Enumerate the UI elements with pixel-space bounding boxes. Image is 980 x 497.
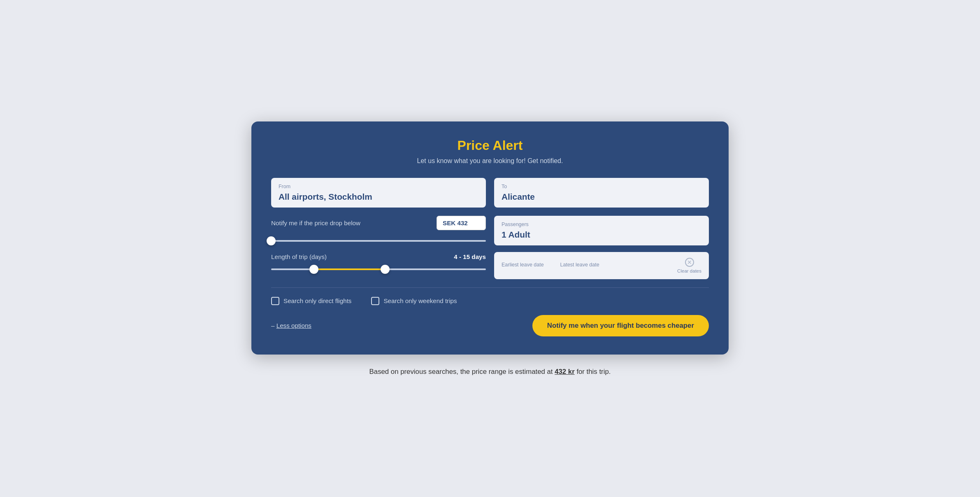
- weekend-trips-checkbox[interactable]: Search only weekend trips: [371, 297, 457, 305]
- bottom-row: – Less options Notify me when your fligh…: [271, 315, 709, 336]
- to-value: Alicante: [502, 192, 701, 202]
- less-options-prefix: –: [271, 322, 274, 329]
- less-options-link[interactable]: Less options: [276, 322, 311, 329]
- note-prefix: Based on previous searches, the price ra…: [369, 368, 553, 376]
- range-thumb-left[interactable]: [309, 265, 318, 274]
- price-slider-track: [271, 240, 486, 242]
- trip-length-slider[interactable]: [271, 264, 486, 274]
- price-drop-row: Notify me if the price drop below: [271, 216, 486, 230]
- price-estimate: 432 kr: [555, 368, 575, 376]
- passengers-label: Passengers: [502, 222, 701, 227]
- latest-leave-field[interactable]: Latest leave date: [560, 262, 599, 269]
- dates-fields: Earliest leave date Latest leave date: [502, 262, 677, 269]
- trip-length-row: Length of trip (days) 4 - 15 days: [271, 253, 486, 260]
- checkboxes-row: Search only direct flights Search only w…: [271, 297, 709, 305]
- passengers-value: 1 Adult: [502, 230, 701, 240]
- price-alert-modal: Price Alert Let us know what you are loo…: [251, 121, 729, 355]
- left-controls: Notify me if the price drop below Length…: [271, 216, 486, 274]
- direct-flights-checkbox[interactable]: Search only direct flights: [271, 297, 351, 305]
- to-field[interactable]: To Alicante: [494, 178, 709, 208]
- clear-icon: ✕: [685, 258, 694, 267]
- range-thumb-right[interactable]: [381, 265, 390, 274]
- controls-row: Notify me if the price drop below Length…: [271, 216, 709, 279]
- from-value: All airports, Stockholm: [279, 192, 478, 202]
- bottom-note: Based on previous searches, the price ra…: [369, 368, 611, 376]
- earliest-leave-label: Earliest leave date: [502, 262, 544, 268]
- price-slider[interactable]: [271, 236, 486, 246]
- trip-length-label: Length of trip (days): [271, 253, 327, 260]
- right-controls: Passengers 1 Adult Earliest leave date L…: [494, 216, 709, 279]
- notify-button[interactable]: Notify me when your flight becomes cheap…: [532, 315, 709, 336]
- dates-field[interactable]: Earliest leave date Latest leave date ✕ …: [494, 252, 709, 279]
- trip-length-value: 4 - 15 days: [454, 253, 486, 260]
- weekend-trips-checkbox-box[interactable]: [371, 297, 379, 305]
- earliest-leave-field[interactable]: Earliest leave date: [502, 262, 544, 269]
- clear-dates-label: Clear dates: [677, 268, 701, 273]
- modal-subtitle: Let us know what you are looking for! Ge…: [271, 157, 709, 165]
- weekend-trips-label: Search only weekend trips: [383, 297, 457, 304]
- range-fill: [314, 268, 385, 270]
- latest-leave-label: Latest leave date: [560, 262, 599, 268]
- to-label: To: [502, 184, 701, 189]
- direct-flights-checkbox-box[interactable]: [271, 297, 279, 305]
- from-field[interactable]: From All airports, Stockholm: [271, 178, 486, 208]
- note-suffix: for this trip.: [576, 368, 611, 376]
- modal-title: Price Alert: [271, 138, 709, 153]
- from-label: From: [279, 184, 478, 189]
- price-input[interactable]: [437, 216, 486, 230]
- from-to-row: From All airports, Stockholm To Alicante: [271, 178, 709, 208]
- direct-flights-label: Search only direct flights: [283, 297, 351, 304]
- divider: [271, 287, 709, 288]
- passengers-field[interactable]: Passengers 1 Adult: [494, 216, 709, 245]
- price-slider-thumb[interactable]: [267, 236, 276, 245]
- less-options-wrapper: – Less options: [271, 322, 311, 329]
- clear-dates-button[interactable]: ✕ Clear dates: [677, 258, 701, 273]
- price-drop-label: Notify me if the price drop below: [271, 219, 360, 226]
